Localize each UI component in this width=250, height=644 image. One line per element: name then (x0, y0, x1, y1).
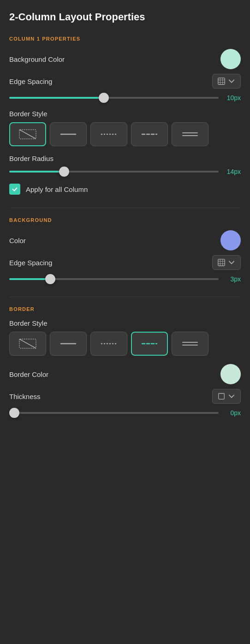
thickness-slider[interactable] (9, 412, 219, 414)
border-style-none-btn[interactable] (9, 122, 46, 146)
edge-spacing-slider[interactable] (9, 97, 219, 99)
apply-all-label: Apply for all Column (26, 185, 88, 193)
thickness-chevron-down-icon (227, 392, 236, 400)
border-dashed-icon (140, 129, 159, 140)
border-radius-value: 14px (224, 168, 241, 175)
svg-rect-24 (219, 394, 225, 400)
edge-spacing-slider-wrapper (9, 93, 219, 102)
bg-edge-spacing-row: Edge Spacing (9, 255, 241, 270)
border-radius-slider-wrapper (9, 167, 219, 176)
border-style-row: Border Style (9, 110, 241, 118)
edge-spacing-slider-row: 10px (9, 93, 241, 102)
border2-style-none-btn[interactable] (9, 332, 46, 356)
apply-all-row: Apply for all Column (9, 184, 241, 195)
thickness-label: Thickness (9, 393, 41, 400)
border-double-icon (181, 129, 199, 140)
divider-2 (9, 297, 241, 297)
bg-edge-spacing-dropdown[interactable] (212, 255, 241, 270)
border2-dotted-icon (100, 338, 118, 349)
svg-line-18 (19, 339, 36, 348)
border2-style-label: Border Style (9, 319, 48, 327)
border-dotted-icon (100, 129, 118, 140)
bg-edge-spacing-slider-wrapper (9, 274, 219, 284)
thickness-slider-wrapper (9, 408, 219, 417)
chevron-down-icon (227, 77, 236, 85)
thickness-row: Thickness (9, 389, 241, 404)
edge-spacing-row: Edge Spacing (9, 74, 241, 89)
border-none-icon (18, 129, 37, 140)
bg-edge-spacing-slider[interactable] (9, 278, 219, 280)
bg-color-swatch[interactable] (220, 230, 241, 250)
bg-color-label: Color (9, 237, 26, 244)
spacing-icon (217, 77, 226, 85)
border-color-swatch[interactable] (220, 364, 241, 384)
divider-1 (9, 208, 241, 208)
border2-style-dotted-btn[interactable] (90, 332, 127, 356)
border-radius-label: Border Radius (9, 155, 54, 162)
svg-line-6 (19, 130, 36, 139)
thickness-box-icon (217, 392, 226, 400)
border2-none-icon (18, 338, 37, 349)
border-radius-row: Border Radius (9, 155, 241, 162)
column1-section-label: COLUMN 1 PROPERTIES (9, 36, 241, 42)
border-style-label: Border Style (9, 110, 48, 118)
svg-rect-12 (218, 259, 225, 266)
page-title: 2-Column Layout Properties (9, 11, 241, 23)
border-color-label: Border Color (9, 370, 48, 378)
thickness-value: 0px (224, 409, 241, 417)
bg-spacing-icon (217, 258, 226, 267)
border2-style-row: Border Style (9, 319, 241, 327)
border2-double-icon (181, 338, 199, 349)
border-style-double-btn[interactable] (172, 122, 208, 146)
svg-rect-0 (218, 78, 225, 84)
border-style-dashed-btn[interactable] (131, 122, 168, 146)
border-radius-slider[interactable] (9, 171, 219, 173)
bg-edge-spacing-label: Edge Spacing (9, 259, 52, 267)
apply-all-checkbox[interactable] (9, 184, 20, 195)
background-color-label: Background Color (9, 55, 65, 63)
border2-style-group (9, 332, 241, 356)
border2-style-double-btn[interactable] (172, 332, 208, 356)
border-section: BORDER Border Style (9, 306, 241, 417)
border2-style-solid-btn[interactable] (50, 332, 87, 356)
edge-spacing-dropdown[interactable] (212, 74, 241, 89)
thickness-dropdown[interactable] (212, 389, 241, 404)
checkmark-icon (12, 186, 18, 192)
border2-style-dashed-btn[interactable] (131, 332, 168, 356)
border-solid-icon (59, 129, 77, 140)
background-section: BACKGROUND Color Edge Spacing 3px (9, 217, 241, 284)
border-section-label: BORDER (9, 306, 241, 312)
edge-spacing-label: Edge Spacing (9, 78, 52, 85)
background-color-swatch[interactable] (220, 49, 241, 69)
bg-edge-spacing-value: 3px (224, 275, 241, 283)
border-style-group (9, 122, 241, 146)
border-radius-slider-row: 14px (9, 167, 241, 176)
column1-section: COLUMN 1 PROPERTIES Background Color Edg… (9, 36, 241, 195)
edge-spacing-value: 10px (224, 94, 241, 101)
border-style-dotted-btn[interactable] (90, 122, 127, 146)
border2-solid-icon (59, 338, 77, 349)
bg-color-row: Color (9, 230, 241, 250)
bg-edge-spacing-slider-row: 3px (9, 274, 241, 284)
thickness-slider-row: 0px (9, 408, 241, 417)
background-color-row: Background Color (9, 49, 241, 69)
border-color-row: Border Color (9, 364, 241, 384)
bg-chevron-down-icon (227, 258, 236, 267)
border-style-solid-btn[interactable] (50, 122, 87, 146)
border2-dashed-icon (140, 338, 159, 349)
background-section-label: BACKGROUND (9, 217, 241, 223)
